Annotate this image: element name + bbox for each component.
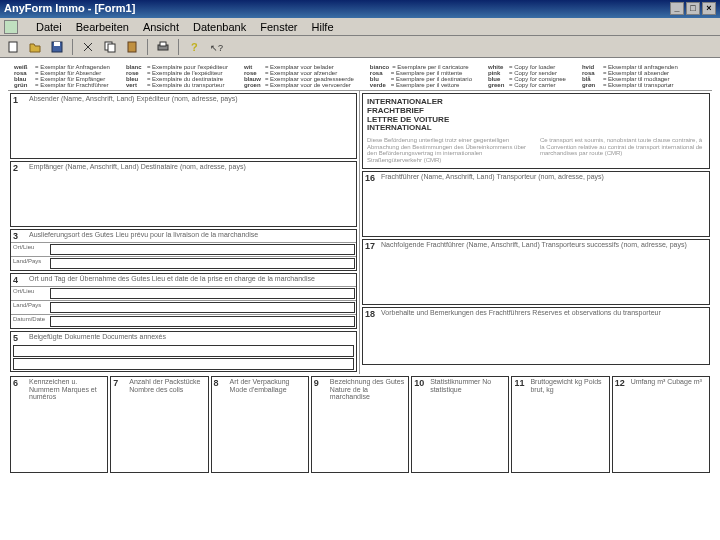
legend-entry: green= Copy for carrier bbox=[488, 82, 566, 88]
box-number: 17 bbox=[365, 241, 377, 251]
row-label: Land/Pays bbox=[11, 257, 49, 270]
cut-button[interactable] bbox=[79, 38, 97, 56]
box-number: 18 bbox=[365, 309, 377, 319]
copy-button[interactable] bbox=[101, 38, 119, 56]
menu-hilfe[interactable]: Hilfe bbox=[312, 21, 334, 33]
legend-entry: groen= Exemplaar voor de vervoerder bbox=[244, 82, 354, 88]
app-icon bbox=[4, 20, 18, 34]
open-button[interactable] bbox=[26, 38, 44, 56]
svg-rect-2 bbox=[54, 42, 60, 46]
print-button[interactable] bbox=[154, 38, 172, 56]
svg-rect-0 bbox=[9, 42, 17, 52]
svg-rect-7 bbox=[160, 42, 166, 46]
context-help-button[interactable]: ↖? bbox=[207, 38, 225, 56]
menubar: Datei Bearbeiten Ansicht Datenbank Fenst… bbox=[0, 18, 720, 36]
input-docs-1[interactable] bbox=[13, 345, 354, 357]
row-label: Ort/Lieu bbox=[11, 287, 49, 300]
input-ort-4[interactable] bbox=[50, 288, 355, 299]
box-number: 16 bbox=[365, 173, 377, 183]
color-legend: weiß= Exemplar für Anfragendenrosa= Exem… bbox=[8, 62, 712, 91]
bottom-boxes: 6Kennzeichen u. Nummern Marques et numér… bbox=[10, 376, 710, 473]
menu-fenster[interactable]: Fenster bbox=[260, 21, 297, 33]
right-column: INTERNATIONALER FRACHTBRIEF LETTRE DE VO… bbox=[360, 91, 712, 374]
row-label: Datum/Date bbox=[11, 315, 49, 328]
document-area: weiß= Exemplar für Anfragendenrosa= Exem… bbox=[0, 58, 720, 538]
legend-entry: grün= Exemplar für Frachtführer bbox=[14, 82, 110, 88]
title-line: INTERNATIONAL bbox=[367, 124, 705, 133]
menu-ansicht[interactable]: Ansicht bbox=[143, 21, 179, 33]
arrow-help-icon: ↖? bbox=[209, 40, 223, 54]
separator bbox=[147, 39, 148, 55]
menu-datei[interactable]: Datei bbox=[36, 21, 62, 33]
box-6[interactable]: 6Kennzeichen u. Nummern Marques et numér… bbox=[10, 376, 108, 473]
svg-text:?: ? bbox=[191, 41, 198, 53]
left-column: 1Absender (Name, Anschrift, Land) Expédi… bbox=[8, 91, 360, 374]
box-18[interactable]: 18Vorbehalte und Bemerkungen des Frachtf… bbox=[362, 307, 710, 365]
box-10[interactable]: 10Statistiknummer No statistique bbox=[411, 376, 509, 473]
floppy-icon bbox=[50, 40, 64, 54]
cmr-form: 1Absender (Name, Anschrift, Land) Expédi… bbox=[8, 91, 712, 374]
box-17[interactable]: 17Nachfolgende Frachtführer (Name, Ansch… bbox=[362, 239, 710, 305]
box-label: Empfänger (Name, Anschrift, Land) Destin… bbox=[29, 163, 246, 173]
box-label: Auslieferungsort des Gutes Lieu prévu po… bbox=[29, 231, 258, 241]
box-label: Nachfolgende Frachtführer (Name, Anschri… bbox=[381, 241, 687, 251]
window-title: AnyForm Immo - [Form1] bbox=[4, 2, 135, 16]
box-16[interactable]: 16Frachtführer (Name, Anschrift, Land) T… bbox=[362, 171, 710, 237]
close-button[interactable]: × bbox=[702, 2, 716, 15]
box-12[interactable]: 12Umfang m³ Cubage m³ bbox=[612, 376, 710, 473]
box-7[interactable]: 7Anzahl der Packstücke Nombre des colis bbox=[110, 376, 208, 473]
box-1[interactable]: 1Absender (Name, Anschrift, Land) Expédi… bbox=[10, 93, 357, 159]
box-label: Beigefügte Dokumente Documents annexés bbox=[29, 333, 166, 343]
input-land-4[interactable] bbox=[50, 302, 355, 313]
new-button[interactable] bbox=[4, 38, 22, 56]
box-number: 2 bbox=[13, 163, 25, 173]
box-label: Frachtführer (Name, Anschrift, Land) Tra… bbox=[381, 173, 604, 183]
box-label: Absender (Name, Anschrift, Land) Expédit… bbox=[29, 95, 238, 105]
note-right: Ce transport est soumis, nonobstant tout… bbox=[540, 137, 705, 163]
minimize-button[interactable]: _ bbox=[670, 2, 684, 15]
box-number: 1 bbox=[13, 95, 25, 105]
document-title-block: INTERNATIONALER FRACHTBRIEF LETTRE DE VO… bbox=[362, 93, 710, 169]
legend-entry: grøn= Eksemplar til transportør bbox=[582, 82, 678, 88]
input-ort-3[interactable] bbox=[50, 244, 355, 255]
separator bbox=[72, 39, 73, 55]
folder-open-icon bbox=[28, 40, 42, 54]
box-4: 4Ort und Tag der Übernahme des Gutes Lie… bbox=[10, 273, 357, 329]
separator bbox=[178, 39, 179, 55]
box-label: Vorbehalte und Bemerkungen des Frachtfüh… bbox=[381, 309, 661, 319]
svg-text:↖?: ↖? bbox=[210, 43, 223, 53]
box-3: 3Auslieferungsort des Gutes Lieu prévu p… bbox=[10, 229, 357, 271]
input-docs-2[interactable] bbox=[13, 358, 354, 370]
help-icon: ? bbox=[187, 40, 201, 54]
box-number: 5 bbox=[13, 333, 25, 343]
save-button[interactable] bbox=[48, 38, 66, 56]
svg-rect-4 bbox=[108, 44, 115, 52]
row-label: Land/Pays bbox=[11, 301, 49, 314]
box-8[interactable]: 8Art der Verpackung Mode d'emballage bbox=[211, 376, 309, 473]
paste-icon bbox=[125, 40, 139, 54]
copy-icon bbox=[103, 40, 117, 54]
box-number: 3 bbox=[13, 231, 25, 241]
paste-button[interactable] bbox=[123, 38, 141, 56]
help-button[interactable]: ? bbox=[185, 38, 203, 56]
input-land-3[interactable] bbox=[50, 258, 355, 269]
maximize-button[interactable]: □ bbox=[686, 2, 700, 15]
box-2[interactable]: 2Empfänger (Name, Anschrift, Land) Desti… bbox=[10, 161, 357, 227]
row-label: Ort/Lieu bbox=[11, 243, 49, 256]
note-left: Diese Beförderung unterliegt trotz einer… bbox=[367, 137, 532, 163]
box-label: Ort und Tag der Übernahme des Gutes Lieu… bbox=[29, 275, 315, 285]
scissors-icon bbox=[81, 40, 95, 54]
menu-datenbank[interactable]: Datenbank bbox=[193, 21, 246, 33]
input-datum-4[interactable] bbox=[50, 316, 355, 327]
menu-bearbeiten[interactable]: Bearbeiten bbox=[76, 21, 129, 33]
file-icon bbox=[6, 40, 20, 54]
legend-entry: verde= Esemplare per il vettore bbox=[370, 82, 472, 88]
legend-entry: vert= Exemplaire du transporteur bbox=[126, 82, 228, 88]
svg-rect-5 bbox=[128, 42, 136, 52]
box-11[interactable]: 11Bruttogewicht kg Poids brut, kg bbox=[511, 376, 609, 473]
window-titlebar: AnyForm Immo - [Form1] _ □ × bbox=[0, 0, 720, 18]
box-number: 4 bbox=[13, 275, 25, 285]
window-controls: _ □ × bbox=[670, 2, 716, 16]
printer-icon bbox=[156, 40, 170, 54]
box-9[interactable]: 9Bezeichnung des Gutes Nature de la marc… bbox=[311, 376, 409, 473]
